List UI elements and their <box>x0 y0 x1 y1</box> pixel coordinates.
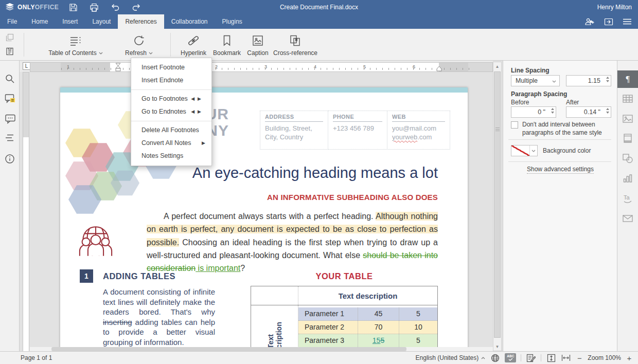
horizontal-scrollbar-thumb[interactable] <box>51 347 406 351</box>
table-row: Parameter 1 45 5 <box>298 307 437 321</box>
horizontal-ruler[interactable]: 1 1 2 3 4 5 6 <box>30 62 493 72</box>
mail-merge-settings-tab[interactable] <box>617 210 638 227</box>
table-of-contents-button[interactable]: Table of Contents <box>30 31 121 57</box>
phone-label: PHONE <box>333 114 382 122</box>
search-button[interactable] <box>5 74 15 84</box>
section-title: ADDING TABLES <box>103 271 175 281</box>
ruler-number: 5 <box>363 64 366 69</box>
menu-item-convert-all-notes[interactable]: Convert All Notes▶ <box>131 137 211 150</box>
image-settings-tab[interactable] <box>617 110 638 128</box>
background-color-label: Background color <box>543 147 591 154</box>
refresh-icon <box>118 31 160 46</box>
bookmark-button[interactable]: Bookmark <box>212 31 242 57</box>
header-footer-settings-tab[interactable] <box>617 130 638 147</box>
page-indicator[interactable]: Page 1 of 1 <box>21 354 52 361</box>
tab-plugins[interactable]: Plugins <box>215 14 250 29</box>
chevron-up-icon <box>481 357 485 359</box>
tab-insert[interactable]: Insert <box>55 14 85 29</box>
shape-settings-tab[interactable] <box>617 150 638 167</box>
table-header-row: Text description <box>251 286 437 305</box>
save-button[interactable] <box>66 1 80 13</box>
comments-button[interactable] <box>5 94 15 104</box>
spacing-after-input[interactable]: 0.14 " <box>566 106 611 118</box>
phone-value: +123 456 789 <box>333 124 382 133</box>
prev-next-arrows[interactable]: ◀▶ <box>191 105 204 118</box>
spacing-before-input[interactable]: 0 " <box>511 106 556 118</box>
scroll-down-button[interactable]: ▼ <box>493 342 501 351</box>
background-color-button[interactable] <box>511 145 538 156</box>
team-globe-icon <box>79 217 113 259</box>
table-of-contents-icon <box>30 31 121 46</box>
add-user-button[interactable] <box>583 16 597 27</box>
cross-reference-icon <box>273 31 318 46</box>
chevron-down-icon <box>99 52 103 54</box>
left-indent-marker[interactable] <box>115 63 121 71</box>
chat-button[interactable] <box>5 114 15 124</box>
tracked-deletion: inserting <box>103 318 132 326</box>
contact-address-cell: ADDRESS Building, Street, City, Country <box>260 111 328 150</box>
right-indent-marker[interactable] <box>436 66 442 71</box>
tab-layout[interactable]: Layout <box>85 14 118 29</box>
prev-next-arrows[interactable]: ◀▶ <box>191 93 204 105</box>
chevron-down-icon <box>552 80 556 83</box>
about-button[interactable] <box>5 154 15 164</box>
tabstop-selector[interactable]: L <box>23 62 30 70</box>
zoom-out-button[interactable]: − <box>576 354 583 362</box>
hyperlink-icon <box>178 31 209 46</box>
hyperlink-button[interactable]: Hyperlink <box>178 31 209 57</box>
menu-item-delete-all-footnotes[interactable]: Delete All Footnotes <box>131 124 211 137</box>
language-selector[interactable]: English (United States) <box>416 354 486 361</box>
fit-page-button[interactable] <box>546 353 556 362</box>
fit-width-button[interactable] <box>561 353 571 362</box>
redo-button[interactable] <box>129 1 144 13</box>
document-page[interactable]: YOUR COMPANY ADDRESS Building, Street, C… <box>60 87 468 351</box>
paragraph-settings-tab[interactable]: ¶ <box>617 70 638 88</box>
interval-checkbox[interactable] <box>511 121 518 129</box>
document-language-button[interactable] <box>490 353 500 362</box>
menu-item-insert-endnote[interactable]: Insert Endnote <box>131 74 211 87</box>
navigation-headings-button[interactable] <box>5 134 15 144</box>
print-button[interactable] <box>87 1 101 13</box>
menu-item-goto-footnotes[interactable]: Go to Footnotes◀▶ <box>131 93 211 105</box>
zoom-in-button[interactable]: + <box>626 354 633 362</box>
refresh-button[interactable]: Refresh <box>118 31 160 57</box>
scroll-up-button[interactable]: ▲ <box>493 62 501 70</box>
tab-file[interactable]: File <box>0 14 24 29</box>
vertical-ruler[interactable] <box>23 72 29 351</box>
menu-item-goto-endnotes[interactable]: Go to Endnotes◀▶ <box>131 105 211 118</box>
titlebar: ONLYOFFICE Create Document Final.docx He… <box>0 0 638 14</box>
tracked-insertion: 15 <box>373 336 381 344</box>
document-canvas[interactable]: YOUR COMPANY ADDRESS Building, Street, C… <box>30 72 493 351</box>
footnote-dropdown-menu: Insert Footnote Insert Endnote Go to Foo… <box>131 58 212 166</box>
cross-reference-button[interactable]: Cross-reference <box>273 31 318 57</box>
chart-settings-tab[interactable] <box>617 170 638 187</box>
tab-collaboration[interactable]: Collaboration <box>164 14 215 29</box>
track-changes-button[interactable] <box>526 353 536 362</box>
line-spacing-select[interactable]: Multiple <box>511 75 560 86</box>
spinner-arrows[interactable] <box>606 77 609 82</box>
vertical-scrollbar-thumb[interactable] <box>494 71 501 338</box>
spellcheck-button[interactable]: ABC <box>505 353 516 362</box>
spinner-arrows[interactable] <box>551 108 554 114</box>
hamburger-menu-button[interactable] <box>621 16 634 27</box>
menu-item-insert-footnote[interactable]: Insert Footnote <box>131 61 211 74</box>
spinner-arrows[interactable] <box>606 108 609 114</box>
tab-references[interactable]: References <box>118 14 164 29</box>
copy-style-button[interactable] <box>4 32 16 43</box>
menu-item-notes-settings[interactable]: Notes Settings <box>131 150 211 162</box>
show-advanced-settings-link[interactable]: Show advanced settings <box>503 166 617 173</box>
document-subheading: AN INFORMATIVE SUBHEADING ALSO DOES <box>267 193 438 202</box>
tab-home[interactable]: Home <box>24 14 55 29</box>
menu-separator <box>131 121 211 121</box>
paste-button[interactable] <box>4 45 16 57</box>
caption-button[interactable]: Caption <box>245 31 271 57</box>
zoom-level[interactable]: Zoom 100% <box>588 354 621 361</box>
table-settings-tab[interactable] <box>617 90 638 107</box>
horizontal-scrollbar[interactable] <box>30 347 493 351</box>
vertical-scrollbar[interactable]: ▲ ▼ <box>493 62 502 351</box>
line-spacing-value-input[interactable]: 1.15 <box>566 75 611 86</box>
text-art-settings-tab[interactable]: Ta <box>617 190 638 207</box>
undo-button[interactable] <box>108 1 122 13</box>
web-value: you@mail.com yourweb.com <box>392 124 445 141</box>
open-file-location-button[interactable] <box>602 16 615 27</box>
